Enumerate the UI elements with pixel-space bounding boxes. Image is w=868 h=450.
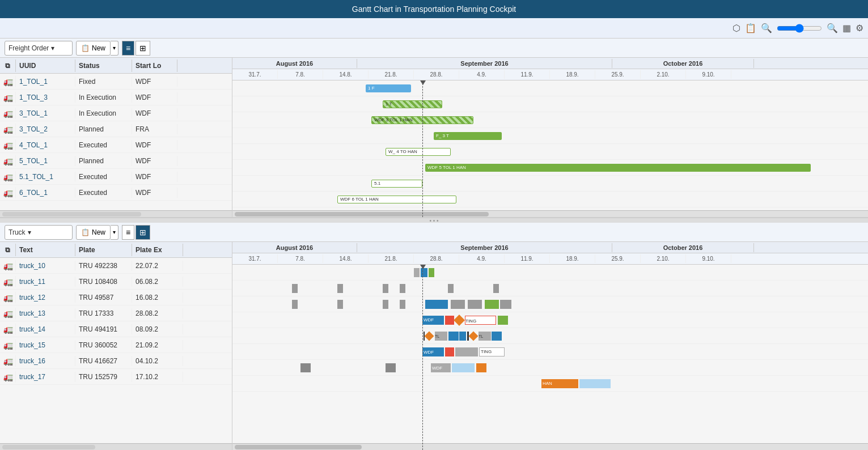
truck-bar[interactable] [485,300,499,309]
uuid-cell[interactable]: 1_TOL_1 [16,77,75,87]
truck-gantt-scrollbar[interactable] [232,443,868,450]
truck-bar[interactable] [445,316,454,325]
truck-plate-cell: TRU 49587 [75,292,132,303]
today-marker [420,80,426,85]
uuid-cell[interactable]: 5.1_TOL_1 [16,172,75,182]
truck-text-cell[interactable]: truck_16 [16,356,75,366]
uuid-cell[interactable]: 5_TOL_1 [16,156,75,166]
truck-bar[interactable]: WDF [422,347,444,356]
truck-bar[interactable] [445,347,454,356]
uuid-column-header[interactable]: UUID [16,60,75,72]
table-row: 🚛 5_TOL_1 Planned WDF [0,153,232,169]
truck-new-dropdown[interactable]: ▾ [111,225,118,240]
zoom-out-icon[interactable]: 🔍 [761,23,772,33]
export-icon[interactable]: ⬡ [732,23,740,33]
truck-bar[interactable] [292,300,298,309]
truck-bar[interactable] [400,284,405,293]
truck-bar[interactable]: TL [479,332,491,341]
truck-bar[interactable] [476,363,486,372]
gantt-bar-6tol1[interactable]: WDF 6 TOL 1 HAN [337,196,456,203]
table-row: 🚛 4_TOL_1 Executed WDF [0,137,232,153]
truck-plate-header[interactable]: Plate [75,244,132,256]
truck-bar[interactable] [383,284,388,293]
truck-bar[interactable] [292,284,298,293]
truck-text-cell[interactable]: truck_17 [16,372,75,382]
truck-bar[interactable] [451,300,465,309]
freight-order-new-button[interactable]: 📋 New [76,41,111,56]
truck-text-cell[interactable]: truck_12 [16,292,75,303]
freight-order-new-dropdown[interactable]: ▾ [111,41,118,56]
truck-bar[interactable] [493,284,499,293]
truck-bar[interactable] [468,300,482,309]
truck-grid-view-button[interactable]: ⊞ [136,225,150,240]
gantt-months-header: August 2016 September 2016 October 2016 [232,58,868,69]
truck-platex-cell: 08.09.2 [132,324,183,334]
truck-text-cell[interactable]: truck_15 [16,340,75,350]
gantt-bar-51tol1[interactable]: 5.1 [371,180,422,188]
truck-text-cell[interactable]: truck_14 [16,324,75,334]
save-icon[interactable]: 📋 [745,23,756,33]
gantt-row: WDF [232,360,868,376]
truck-new-button[interactable]: 📋 New [76,225,111,240]
truck-bar[interactable]: TING [479,347,505,356]
settings-icon[interactable]: ⚙ [856,23,863,33]
truck-bar[interactable] [448,332,459,341]
gantt-bar-1tol1[interactable]: 1 F [366,84,411,92]
gantt-bar-3tol2[interactable]: F_ 3 T [434,132,502,140]
uuid-cell[interactable]: 1_TOL_3 [16,92,75,103]
truck-bar[interactable]: TL [435,332,447,341]
truck-dropdown[interactable]: Truck ▾ [5,225,73,240]
table-scrollbar-h[interactable] [0,210,232,217]
truck-text-cell[interactable]: truck_11 [16,277,75,287]
uuid-cell[interactable]: 6_TOL_1 [16,188,75,198]
truck-bar[interactable]: TING [465,316,496,325]
truck-view-toggle: ≡ ⊞ [122,225,150,240]
uuid-cell[interactable]: 3_TOL_2 [16,124,75,134]
zoom-slider[interactable] [777,24,822,33]
truck-bar[interactable] [300,363,311,372]
start-column-header[interactable]: Start Lo [132,60,177,72]
gantt-bar-5tol1[interactable]: WDF 5 TOL 1 HAN [425,164,811,172]
truck-bar[interactable] [337,284,343,293]
gantt-bar-4tol1[interactable]: W_ 4 TO HAN [386,148,451,156]
truck-bar[interactable] [579,379,611,388]
list-view-button[interactable]: ≡ [122,41,134,56]
columns-icon[interactable]: ▦ [842,23,851,33]
truck-bar[interactable] [455,347,478,356]
freight-order-table-header: ⧉ UUID Status Start Lo [0,58,232,74]
truck-bar[interactable] [337,300,343,309]
uuid-cell[interactable]: 3_TOL_1 [16,108,75,118]
truck-bar[interactable]: HAN [541,379,578,388]
truck-plate-cell: TRU 492238 [75,261,132,271]
truck-bar[interactable] [448,284,454,293]
truck-bar[interactable] [425,300,448,309]
truck-text-cell[interactable]: truck_10 [16,261,75,271]
freight-order-dropdown[interactable]: Freight Order ▾ [5,41,73,56]
truck-bar[interactable]: WDF [431,363,451,372]
truck-bar[interactable]: WDF [422,316,444,325]
truck-copy-header: ⧉ [0,244,16,256]
truck-bar[interactable] [386,363,396,372]
zoom-in-icon[interactable]: 🔍 [827,23,838,33]
gantt-scrollbar-h[interactable] [232,210,868,217]
truck-bar[interactable] [500,300,511,309]
truck-bar[interactable] [414,268,420,277]
truck-text-cell[interactable]: truck_13 [16,308,75,319]
gantt-bar-1tol3[interactable]: 1 T [383,100,442,108]
truck-bar[interactable] [452,363,475,372]
truck-bar[interactable] [400,300,405,309]
panel-separator[interactable]: • • • [0,218,868,223]
truck-bar[interactable] [383,300,388,309]
uuid-cell[interactable]: 4_TOL_1 [16,140,75,150]
truck-platex-header[interactable]: Plate Ex [132,244,183,256]
truck-bar[interactable] [498,316,508,325]
truck-list-view-button[interactable]: ≡ [122,225,134,240]
truck-table-scrollbar[interactable] [0,443,232,450]
truck-text-header[interactable]: Text [16,244,75,256]
truck-bar[interactable] [492,332,502,341]
grid-view-button[interactable]: ⊞ [136,41,150,56]
truck-bar[interactable] [459,332,466,341]
today-line [422,80,423,217]
status-column-header[interactable]: Status [75,60,132,72]
truck-bar[interactable] [429,268,434,277]
